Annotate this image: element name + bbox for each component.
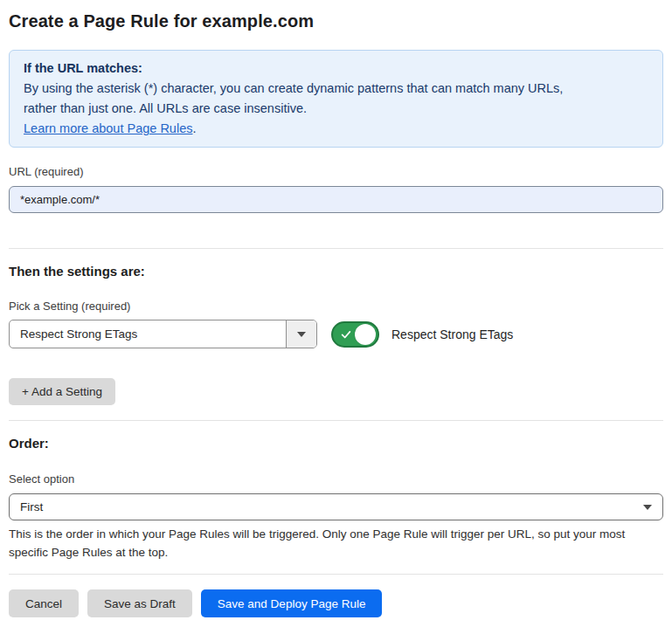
info-banner-body-line: rather than just one. All URLs are case …	[24, 99, 648, 119]
order-heading: Order:	[9, 436, 663, 451]
save-deploy-button[interactable]: Save and Deploy Page Rule	[201, 589, 383, 617]
section-divider	[9, 574, 663, 575]
etags-toggle-group: Respect Strong ETags	[331, 321, 513, 348]
section-divider	[9, 248, 663, 249]
setting-row: Respect Strong ETags Respect Strong ETag…	[9, 320, 663, 348]
setting-select-value: Respect Strong ETags	[10, 320, 286, 348]
info-banner-heading: If the URL matches:	[24, 59, 648, 79]
settings-heading: Then the settings are:	[9, 264, 663, 279]
caret-down-icon	[297, 332, 306, 337]
save-draft-button[interactable]: Save as Draft	[87, 589, 192, 617]
form-actions: Cancel Save as Draft Save and Deploy Pag…	[9, 589, 663, 617]
chevron-down-icon	[643, 505, 652, 510]
info-banner-link-line: Learn more about Page Rules.	[24, 119, 648, 139]
url-label: URL (required)	[9, 165, 663, 179]
info-banner: If the URL matches: By using the asteris…	[9, 50, 663, 148]
setting-select[interactable]: Respect Strong ETags	[9, 320, 317, 348]
order-select-value: First	[20, 500, 43, 513]
link-suffix: .	[192, 121, 196, 135]
page-title: Create a Page Rule for example.com	[9, 10, 663, 31]
etags-toggle-label: Respect Strong ETags	[391, 327, 513, 341]
order-select-label: Select option	[9, 472, 663, 486]
learn-more-link[interactable]: Learn more about Page Rules	[24, 121, 192, 135]
check-icon	[340, 328, 352, 341]
setting-picker-label: Pick a Setting (required)	[9, 300, 663, 314]
order-select[interactable]: First	[9, 493, 663, 520]
setting-select-caret-box[interactable]	[286, 320, 316, 348]
section-divider	[9, 420, 663, 421]
toggle-knob[interactable]	[355, 324, 376, 345]
cancel-button[interactable]: Cancel	[9, 589, 79, 617]
order-help-text: This is the order in which your Page Rul…	[9, 525, 651, 562]
add-setting-button[interactable]: + Add a Setting	[9, 378, 115, 405]
info-banner-body-line: By using the asterisk (*) character, you…	[24, 79, 648, 99]
url-input[interactable]	[9, 186, 663, 213]
etags-toggle[interactable]	[331, 321, 379, 348]
page-rule-form: Create a Page Rule for example.com If th…	[0, 0, 672, 627]
